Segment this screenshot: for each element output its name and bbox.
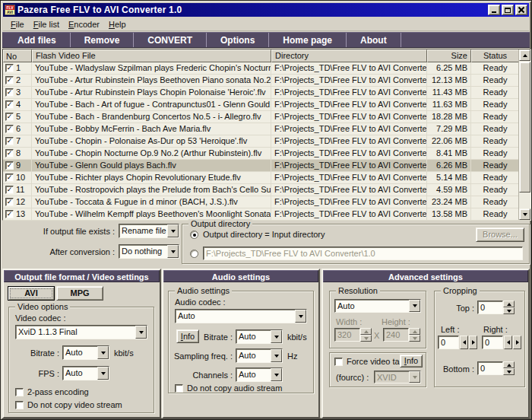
spin-right-icon[interactable] [513, 336, 521, 349]
after-conversion-select[interactable]: Do nothing [119, 244, 179, 259]
table-row[interactable]: ✓ 4 YouTube - Bach - Art of fugue - Cont… [3, 99, 530, 111]
table-row[interactable]: ✓ 3 YouTube - Artur Rubinstein Plays Cho… [3, 87, 530, 99]
toolbar-button[interactable]: Home page [269, 33, 347, 47]
fourcc-info-button[interactable]: Info [400, 355, 423, 368]
output-directory-path-field[interactable]: F:\Projects_TD\Free FLV to AVI Converter… [203, 247, 523, 260]
output-same-dir-radio[interactable] [190, 231, 198, 239]
table-row[interactable]: ✓ 8 YouTube - Chopin Nocturne Op.9 No.2 … [3, 148, 530, 160]
no-copy-video-checkbox[interactable]: ✓ [15, 401, 24, 409]
tab-mpg[interactable]: MPG [56, 286, 103, 301]
toolbar-button[interactable]: About [347, 33, 401, 47]
toolbar-button[interactable]: Remove [71, 33, 135, 47]
dropdown-arrow-icon[interactable] [271, 330, 282, 343]
dropdown-arrow-icon[interactable] [97, 346, 109, 359]
table-row[interactable]: ✓ 13 YouTube - Wilhelm Kempff plays Beet… [3, 208, 530, 221]
dropdown-arrow-icon[interactable] [409, 371, 420, 383]
video-bitrate-select[interactable]: Auto [62, 345, 109, 360]
dropdown-arrow-icon[interactable] [271, 349, 282, 362]
column-header-size[interactable]: Size [427, 49, 471, 62]
row-checkbox[interactable]: ✓ [5, 64, 14, 72]
column-header-file[interactable]: Flash Video File [32, 49, 271, 62]
spin-up-icon[interactable] [503, 361, 515, 368]
audio-info-button[interactable]: Info [176, 329, 199, 343]
row-checkbox[interactable]: ✓ [5, 149, 14, 158]
fourcc-select[interactable]: XVID [374, 371, 421, 383]
row-checkbox[interactable]: ✓ [5, 210, 14, 218]
scroll-down-button[interactable] [519, 208, 530, 220]
menu-item[interactable]: File list [29, 18, 64, 30]
crop-left-stepper[interactable]: 0 [438, 336, 477, 349]
row-checkbox[interactable]: ✓ [5, 161, 14, 170]
column-header-no[interactable]: No [3, 49, 32, 62]
dropdown-arrow-icon[interactable] [167, 245, 179, 258]
audio-bitrate-select[interactable]: Auto [236, 329, 283, 344]
tab-avi[interactable]: AVI [8, 286, 55, 301]
row-checkbox[interactable]: ✓ [5, 186, 14, 194]
table-row[interactable]: ✓ 10 YouTube - Richter plays Chopin Revo… [3, 172, 530, 184]
column-header-status[interactable]: Status [471, 49, 519, 62]
if-output-exists-select[interactable]: Rename file [119, 224, 179, 238]
spin-down-icon[interactable] [503, 307, 515, 314]
close-button[interactable] [515, 5, 527, 15]
spin-down-icon[interactable] [503, 368, 515, 375]
table-row[interactable]: ✓ 1 YouTube - Wladyslaw Szpilman plays F… [3, 62, 530, 75]
minimize-button[interactable] [488, 5, 500, 15]
browse-button[interactable]: Browse... [476, 228, 524, 242]
spin-down-icon[interactable] [360, 335, 372, 342]
spin-left-icon[interactable] [504, 336, 512, 349]
spin-up-icon[interactable] [503, 301, 515, 307]
dropdown-arrow-icon[interactable] [295, 310, 306, 323]
table-row[interactable]: ✓ 6 YouTube - Bobby McFerrin - Bach Ave … [3, 123, 530, 135]
two-pass-checkbox[interactable]: ✓ [15, 388, 24, 396]
dropdown-arrow-icon[interactable] [167, 224, 179, 237]
no-copy-audio-checkbox[interactable]: ✓ [175, 384, 183, 393]
resolution-select[interactable]: Auto [334, 299, 421, 313]
crop-bottom-stepper[interactable]: 0 [477, 361, 515, 375]
table-row[interactable]: ✓ 12 YouTube - Toccata & Fugue in d mino… [3, 196, 530, 208]
row-checkbox[interactable]: ✓ [5, 125, 14, 133]
toolbar-button[interactable]: Options [207, 33, 269, 47]
audio-codec-select[interactable]: Auto [175, 309, 307, 323]
menu-item[interactable]: Help [104, 18, 131, 30]
crop-top-stepper[interactable]: 0 [477, 301, 515, 314]
channels-select[interactable]: Auto [236, 368, 283, 382]
dropdown-arrow-icon[interactable] [271, 368, 282, 381]
fps-select[interactable]: Auto [62, 366, 109, 380]
spin-up-icon[interactable] [409, 328, 420, 335]
dropdown-arrow-icon[interactable] [97, 367, 109, 380]
scroll-up-button[interactable] [519, 49, 530, 61]
spin-up-icon[interactable] [360, 328, 372, 335]
row-checkbox[interactable]: ✓ [5, 100, 14, 109]
dropdown-arrow-icon[interactable] [409, 300, 420, 312]
vertical-scrollbar[interactable] [518, 49, 530, 220]
toolbar-button[interactable]: Add files [4, 33, 71, 47]
video-codec-select[interactable]: XviD 1.1.3 Final [15, 325, 147, 339]
maximize-button[interactable] [502, 5, 514, 15]
title-bar[interactable]: FLV AVI Pazera Free FLV to AVI Converter… [3, 3, 529, 17]
row-checkbox[interactable]: ✓ [5, 173, 14, 182]
table-row[interactable]: ✓ 7 YouTube - Chopin - Polonaise As-Dur … [3, 135, 530, 148]
crop-right-stepper[interactable]: 0 [482, 336, 521, 349]
spin-down-icon[interactable] [409, 335, 420, 342]
row-checkbox[interactable]: ✓ [5, 113, 14, 121]
row-checkbox[interactable]: ✓ [5, 76, 14, 84]
spin-left-icon[interactable] [460, 336, 468, 349]
width-stepper[interactable]: 320 [334, 328, 372, 342]
menu-item[interactable]: Encoder [64, 18, 104, 30]
scrollbar-thumb[interactable] [519, 62, 530, 192]
toolbar-button[interactable]: CONVERT [134, 33, 207, 47]
spin-right-icon[interactable] [469, 336, 477, 349]
output-custom-dir-radio[interactable] [190, 250, 198, 258]
row-checkbox[interactable]: ✓ [5, 137, 14, 145]
table-row[interactable]: ✓ 11 YouTube - Rostropovich plays the Pr… [3, 184, 530, 196]
row-checkbox[interactable]: ✓ [5, 88, 14, 97]
menu-item[interactable]: File [6, 18, 29, 30]
row-checkbox[interactable]: ✓ [5, 198, 14, 206]
table-row[interactable]: ✓ 5 YouTube - Bach - Brandenburg Concert… [3, 111, 530, 123]
table-row[interactable]: ✓ 2 YouTube - Artur Rubinstein Plays Bee… [3, 75, 530, 87]
column-header-directory[interactable]: Directory [271, 49, 427, 62]
table-row[interactable]: ✓ 9 YouTube - Glenn Gould plays Bach.flv… [3, 160, 530, 172]
dropdown-arrow-icon[interactable] [135, 326, 147, 339]
force-video-tag-checkbox[interactable]: ✓ [334, 358, 343, 366]
sampling-select[interactable]: Auto [236, 348, 283, 363]
